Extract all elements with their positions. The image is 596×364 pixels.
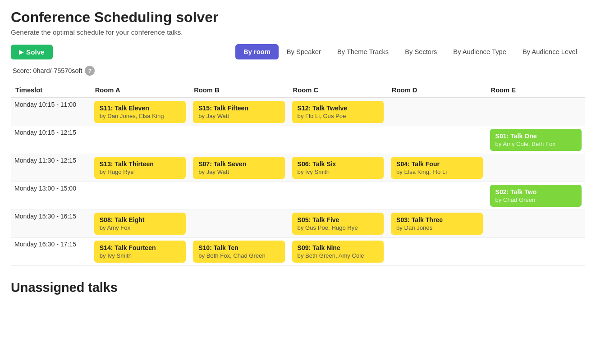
talk-title: S06: Talk Six xyxy=(298,160,378,168)
room-cell: S02: Talk Twoby Chad Green xyxy=(486,182,586,210)
talk-title: S15: Talk Fifteen xyxy=(198,105,279,112)
room-cell xyxy=(289,126,387,154)
solve-button[interactable]: Solve xyxy=(11,45,53,59)
room-cell: S09: Talk Nineby Beth Green, Amy Cole xyxy=(289,238,387,266)
room-cell xyxy=(387,182,486,210)
room-cell: S05: Talk Fiveby Gus Poe, Hugo Rye xyxy=(289,210,387,238)
room-cell xyxy=(486,238,586,266)
room-cell: S01: Talk Oneby Amy Cole, Beth Fox xyxy=(486,126,586,154)
talk-speakers: by Chad Green xyxy=(495,196,577,203)
col-header-room-e: Room E xyxy=(486,83,586,98)
table-row: Monday 15:30 - 16:15S08: Talk Eightby Am… xyxy=(11,210,585,238)
nav-tabs: By roomBy SpeakerBy Theme TracksBy Secto… xyxy=(235,44,585,59)
talk-speakers: by Beth Green, Amy Cole xyxy=(298,252,378,259)
talk-card[interactable]: S14: Talk Fourteenby Ivy Smith xyxy=(94,241,186,263)
room-cell: S15: Talk Fifteenby Jay Watt xyxy=(189,98,288,126)
page-title: Conference Scheduling solver xyxy=(11,9,585,26)
table-row: Monday 11:30 - 12:15S13: Talk Thirteenby… xyxy=(11,154,585,182)
talk-title: S05: Talk Five xyxy=(298,216,378,223)
schedule-table: TimeslotRoom ARoom BRoom CRoom DRoom E M… xyxy=(11,83,585,266)
room-cell: S13: Talk Thirteenby Hugo Rye xyxy=(91,154,189,182)
room-cell xyxy=(486,154,586,182)
room-cell xyxy=(387,98,486,126)
talk-speakers: by Dan Jones xyxy=(396,224,477,231)
timeslot-cell: Monday 16:30 - 17:15 xyxy=(11,238,91,266)
talk-speakers: by Ivy Smith xyxy=(298,168,378,175)
talk-speakers: by Amy Fox xyxy=(100,224,180,231)
room-cell xyxy=(189,210,288,238)
talk-card[interactable]: S03: Talk Threeby Dan Jones xyxy=(391,213,482,235)
talk-speakers: by Gus Poe, Hugo Rye xyxy=(298,224,378,231)
talk-card[interactable]: S11: Talk Elevenby Dan Jones, Elsa King xyxy=(94,101,186,123)
tab-by-audience-type[interactable]: By Audience Type xyxy=(445,44,514,59)
talk-speakers: by Amy Cole, Beth Fox xyxy=(495,141,577,147)
room-cell xyxy=(91,182,189,210)
unassigned-title: Unassigned talks xyxy=(11,280,585,295)
col-header-room-b: Room B xyxy=(189,83,288,98)
talk-card[interactable]: S01: Talk Oneby Amy Cole, Beth Fox xyxy=(490,129,582,151)
talk-title: S08: Talk Eight xyxy=(100,216,180,223)
talk-title: S13: Talk Thirteen xyxy=(100,160,180,168)
table-row: Monday 13:00 - 15:00S02: Talk Twoby Chad… xyxy=(11,182,585,210)
col-header-room-a: Room A xyxy=(91,83,189,98)
table-row: Monday 10:15 - 11:00S11: Talk Elevenby D… xyxy=(11,98,585,126)
tab-by-audience-level[interactable]: By Audience Level xyxy=(514,44,585,59)
help-icon[interactable]: ? xyxy=(85,66,95,76)
room-cell: S06: Talk Sixby Ivy Smith xyxy=(289,154,387,182)
room-cell: S03: Talk Threeby Dan Jones xyxy=(387,210,486,238)
room-cell xyxy=(387,126,486,154)
room-cell: S04: Talk Fourby Elsa King, Flo Li xyxy=(387,154,486,182)
col-header-room-c: Room C xyxy=(289,83,387,98)
talk-speakers: by Ivy Smith xyxy=(100,252,180,259)
talk-card[interactable]: S02: Talk Twoby Chad Green xyxy=(490,185,582,207)
table-row: Monday 16:30 - 17:15S14: Talk Fourteenby… xyxy=(11,238,585,266)
talk-title: S09: Talk Nine xyxy=(298,244,378,251)
talk-card[interactable]: S08: Talk Eightby Amy Fox xyxy=(94,213,186,235)
talk-speakers: by Flo Li, Gus Poe xyxy=(298,113,378,119)
talk-card[interactable]: S09: Talk Nineby Beth Green, Amy Cole xyxy=(292,241,384,263)
table-row: Monday 10:15 - 12:15S01: Talk Oneby Amy … xyxy=(11,126,585,154)
room-cell xyxy=(91,126,189,154)
col-header-timeslot: Timeslot xyxy=(11,83,91,98)
talk-card[interactable]: S06: Talk Sixby Ivy Smith xyxy=(292,157,384,179)
talk-card[interactable]: S07: Talk Sevenby Jay Watt xyxy=(193,157,284,179)
room-cell xyxy=(189,182,288,210)
talk-speakers: by Jay Watt xyxy=(198,113,279,119)
talk-title: S12: Talk Twelve xyxy=(298,105,378,112)
talk-card[interactable]: S12: Talk Twelveby Flo Li, Gus Poe xyxy=(292,101,384,123)
room-cell xyxy=(289,182,387,210)
talk-speakers: by Jay Watt xyxy=(198,168,279,175)
score-label: Score: 0hard/-75570soft xyxy=(13,67,82,74)
room-cell: S08: Talk Eightby Amy Fox xyxy=(91,210,189,238)
room-cell: S11: Talk Elevenby Dan Jones, Elsa King xyxy=(91,98,189,126)
timeslot-cell: Monday 11:30 - 12:15 xyxy=(11,154,91,182)
talk-title: S02: Talk Two xyxy=(495,188,577,196)
talk-speakers: by Dan Jones, Elsa King xyxy=(100,113,180,119)
talk-title: S01: Talk One xyxy=(495,132,577,140)
tab-by-room[interactable]: By room xyxy=(235,44,279,59)
col-header-room-d: Room D xyxy=(387,83,486,98)
room-cell: S12: Talk Twelveby Flo Li, Gus Poe xyxy=(289,98,387,126)
room-cell xyxy=(486,98,586,126)
timeslot-cell: Monday 10:15 - 12:15 xyxy=(11,126,91,154)
talk-card[interactable]: S15: Talk Fifteenby Jay Watt xyxy=(193,101,284,123)
talk-speakers: by Beth Fox, Chad Green xyxy=(198,252,279,259)
room-cell xyxy=(189,126,288,154)
tab-by-theme-tracks[interactable]: By Theme Tracks xyxy=(329,44,397,59)
talk-card[interactable]: S05: Talk Fiveby Gus Poe, Hugo Rye xyxy=(292,213,384,235)
timeslot-cell: Monday 13:00 - 15:00 xyxy=(11,182,91,210)
talk-card[interactable]: S13: Talk Thirteenby Hugo Rye xyxy=(94,157,186,179)
timeslot-cell: Monday 10:15 - 11:00 xyxy=(11,98,91,126)
tab-by-speaker[interactable]: By Speaker xyxy=(279,44,329,59)
room-cell xyxy=(387,238,486,266)
timeslot-cell: Monday 15:30 - 16:15 xyxy=(11,210,91,238)
tab-by-sectors[interactable]: By Sectors xyxy=(397,44,445,59)
talk-card[interactable]: S04: Talk Fourby Elsa King, Flo Li xyxy=(391,157,482,179)
room-cell xyxy=(486,210,586,238)
page-subtitle: Generate the optimal schedule for your c… xyxy=(11,28,585,36)
room-cell: S07: Talk Sevenby Jay Watt xyxy=(189,154,288,182)
talk-title: S11: Talk Eleven xyxy=(100,105,180,112)
talk-title: S03: Talk Three xyxy=(396,216,477,223)
talk-title: S04: Talk Four xyxy=(396,160,477,168)
talk-card[interactable]: S10: Talk Tenby Beth Fox, Chad Green xyxy=(193,241,284,263)
